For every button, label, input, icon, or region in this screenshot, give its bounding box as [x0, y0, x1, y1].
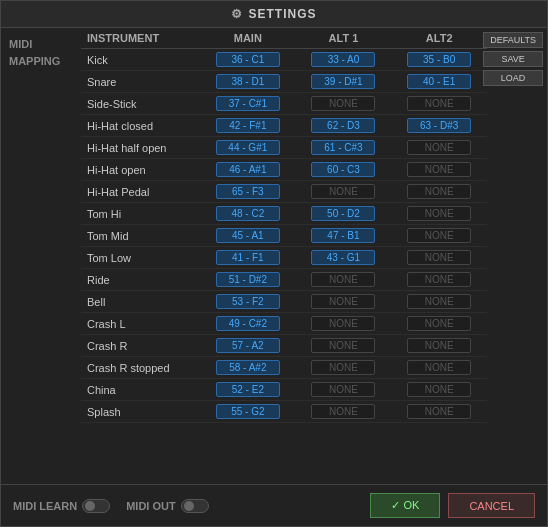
cell-main: 41 - F1 — [200, 247, 296, 269]
instrument-name: Tom Mid — [81, 225, 200, 247]
alt2-value-button[interactable]: NONE — [407, 272, 471, 287]
main-value-button[interactable]: 41 - F1 — [216, 250, 280, 265]
cancel-button[interactable]: CANCEL — [448, 493, 535, 518]
cell-main: 36 - C1 — [200, 49, 296, 71]
main-value-button[interactable]: 48 - C2 — [216, 206, 280, 221]
alt1-value-button[interactable]: NONE — [311, 404, 375, 419]
cell-main: 46 - A#1 — [200, 159, 296, 181]
save-button[interactable]: SAVE — [483, 51, 543, 67]
cell-main: 55 - G2 — [200, 401, 296, 423]
cell-main: 51 - D#2 — [200, 269, 296, 291]
alt2-value-button[interactable]: NONE — [407, 360, 471, 375]
instrument-name: Hi-Hat half open — [81, 137, 200, 159]
alt1-value-button[interactable]: NONE — [311, 360, 375, 375]
alt2-value-button[interactable]: NONE — [407, 184, 471, 199]
main-value-button[interactable]: 45 - A1 — [216, 228, 280, 243]
cell-alt2: 35 - B0 — [391, 49, 487, 71]
midi-label-line2: MAPPING — [9, 55, 60, 68]
cell-alt2: 63 - D#3 — [391, 115, 487, 137]
table-body: Kick36 - C133 - A035 - B0Snare38 - D139 … — [81, 49, 487, 423]
col-alt2: ALT2 — [391, 28, 487, 49]
main-value-button[interactable]: 46 - A#1 — [216, 162, 280, 177]
instrument-name: Hi-Hat closed — [81, 115, 200, 137]
alt2-value-button[interactable]: NONE — [407, 382, 471, 397]
defaults-button[interactable]: DEFAULTS — [483, 32, 543, 48]
alt1-value-button[interactable]: NONE — [311, 184, 375, 199]
instrument-name: Ride — [81, 269, 200, 291]
alt1-value-button[interactable]: NONE — [311, 272, 375, 287]
table-row: Crash R stopped58 - A#2NONENONE — [81, 357, 487, 379]
alt1-value-button[interactable]: 47 - B1 — [311, 228, 375, 243]
alt2-value-button[interactable]: NONE — [407, 316, 471, 331]
alt1-value-button[interactable]: NONE — [311, 338, 375, 353]
cell-alt2: NONE — [391, 401, 487, 423]
alt1-value-button[interactable]: 62 - D3 — [311, 118, 375, 133]
alt2-value-button[interactable]: NONE — [407, 338, 471, 353]
main-value-button[interactable]: 44 - G#1 — [216, 140, 280, 155]
main-value-button[interactable]: 51 - D#2 — [216, 272, 280, 287]
cell-alt2: NONE — [391, 291, 487, 313]
alt1-value-button[interactable]: NONE — [311, 316, 375, 331]
main-value-button[interactable]: 55 - G2 — [216, 404, 280, 419]
defaults-panel: DEFAULTS SAVE LOAD — [479, 28, 547, 90]
cell-main: 49 - C#2 — [200, 313, 296, 335]
cell-alt1: NONE — [296, 379, 392, 401]
cell-main: 65 - F3 — [200, 181, 296, 203]
alt2-value-button[interactable]: NONE — [407, 250, 471, 265]
footer-left: MIDI LEARN MIDI OUT — [13, 499, 209, 513]
midi-out-label: MIDI OUT — [126, 500, 176, 512]
instrument-name: Snare — [81, 71, 200, 93]
midi-table-container: INSTRUMENT MAIN ALT 1 ALT2 Kick36 - C133… — [81, 28, 547, 484]
alt2-value-button[interactable]: NONE — [407, 140, 471, 155]
main-value-button[interactable]: 52 - E2 — [216, 382, 280, 397]
main-value-button[interactable]: 49 - C#2 — [216, 316, 280, 331]
main-value-button[interactable]: 57 - A2 — [216, 338, 280, 353]
ok-button[interactable]: ✓ OK — [370, 493, 440, 518]
alt1-value-button[interactable]: NONE — [311, 382, 375, 397]
alt1-value-button[interactable]: 60 - C3 — [311, 162, 375, 177]
alt1-value-button[interactable]: NONE — [311, 96, 375, 111]
alt2-value-button[interactable]: 35 - B0 — [407, 52, 471, 67]
cell-alt1: NONE — [296, 313, 392, 335]
main-value-button[interactable]: 37 - C#1 — [216, 96, 280, 111]
main-value-button[interactable]: 36 - C1 — [216, 52, 280, 67]
alt2-value-button[interactable]: NONE — [407, 228, 471, 243]
alt1-value-button[interactable]: 33 - A0 — [311, 52, 375, 67]
main-value-button[interactable]: 38 - D1 — [216, 74, 280, 89]
table-row: Hi-Hat closed42 - F#162 - D363 - D#3 — [81, 115, 487, 137]
load-button[interactable]: LOAD — [483, 70, 543, 86]
alt1-value-button[interactable]: 61 - C#3 — [311, 140, 375, 155]
title-bar: ⚙ SETTINGS — [1, 1, 547, 28]
cell-alt1: 33 - A0 — [296, 49, 392, 71]
cell-alt1: 60 - C3 — [296, 159, 392, 181]
alt2-value-button[interactable]: NONE — [407, 206, 471, 221]
alt2-value-button[interactable]: NONE — [407, 404, 471, 419]
main-value-button[interactable]: 42 - F#1 — [216, 118, 280, 133]
col-main: MAIN — [200, 28, 296, 49]
cell-alt1: NONE — [296, 269, 392, 291]
alt2-value-button[interactable]: 63 - D#3 — [407, 118, 471, 133]
cell-alt2: NONE — [391, 313, 487, 335]
cell-alt2: NONE — [391, 137, 487, 159]
main-value-button[interactable]: 65 - F3 — [216, 184, 280, 199]
table-row: Tom Mid45 - A147 - B1NONE — [81, 225, 487, 247]
alt1-value-button[interactable]: 50 - D2 — [311, 206, 375, 221]
alt2-value-button[interactable]: 40 - E1 — [407, 74, 471, 89]
alt1-value-button[interactable]: 43 - G1 — [311, 250, 375, 265]
cell-main: 48 - C2 — [200, 203, 296, 225]
alt1-value-button[interactable]: NONE — [311, 294, 375, 309]
cell-alt1: NONE — [296, 401, 392, 423]
main-value-button[interactable]: 58 - A#2 — [216, 360, 280, 375]
alt2-value-button[interactable]: NONE — [407, 294, 471, 309]
midi-out-toggle[interactable] — [181, 499, 209, 513]
instrument-name: Crash R — [81, 335, 200, 357]
alt1-value-button[interactable]: 39 - D#1 — [311, 74, 375, 89]
footer-right: ✓ OK CANCEL — [370, 493, 535, 518]
alt2-value-button[interactable]: NONE — [407, 162, 471, 177]
main-value-button[interactable]: 53 - F2 — [216, 294, 280, 309]
instrument-name: Hi-Hat Pedal — [81, 181, 200, 203]
midi-learn-toggle[interactable] — [82, 499, 110, 513]
cell-alt1: 43 - G1 — [296, 247, 392, 269]
alt2-value-button[interactable]: NONE — [407, 96, 471, 111]
instrument-name: Side-Stick — [81, 93, 200, 115]
